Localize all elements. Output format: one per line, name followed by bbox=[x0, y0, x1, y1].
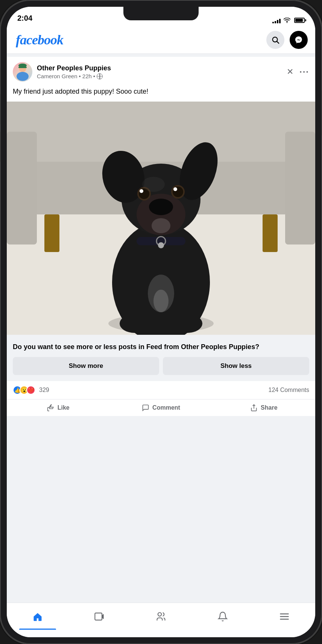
svg-rect-15 bbox=[263, 214, 278, 252]
post-time: 22h bbox=[82, 73, 92, 79]
show-less-button[interactable]: Show less bbox=[163, 357, 309, 375]
messenger-icon bbox=[295, 36, 303, 44]
dot-separator-2: • bbox=[93, 73, 95, 79]
svg-point-37 bbox=[152, 218, 170, 233]
bell-icon bbox=[217, 611, 228, 622]
like-icon bbox=[47, 404, 55, 412]
post-card: Other Peoples Puppies Cameron Green • 22… bbox=[7, 57, 315, 416]
phone-frame: 2:04 bbox=[0, 0, 322, 644]
dot-separator: • bbox=[79, 73, 81, 79]
volume-down-button[interactable] bbox=[0, 94, 0, 124]
post-text: My friend just adopted this puppy! Sooo … bbox=[7, 85, 315, 102]
feedback-buttons: Show more Show less bbox=[13, 357, 309, 375]
facebook-header: facebook bbox=[7, 26, 315, 54]
post-author: Cameron Green bbox=[37, 73, 77, 79]
post-header-actions: ✕ ··· bbox=[287, 67, 309, 77]
menu-icon bbox=[279, 611, 290, 622]
like-button[interactable]: Like bbox=[7, 399, 109, 416]
svg-rect-14 bbox=[44, 214, 59, 252]
comment-label: Comment bbox=[152, 404, 180, 411]
comments-count[interactable]: 124 Comments bbox=[269, 387, 310, 393]
svg-point-19 bbox=[153, 290, 169, 312]
search-icon bbox=[271, 36, 279, 44]
svg-point-40 bbox=[158, 612, 161, 616]
feedback-box: Do you want to see more or less posts in… bbox=[7, 335, 315, 381]
messenger-button[interactable] bbox=[290, 31, 308, 49]
feedback-question: Do you want to see more or less posts in… bbox=[13, 342, 309, 352]
like-label: Like bbox=[58, 404, 70, 411]
notch bbox=[123, 7, 199, 20]
share-icon bbox=[250, 404, 258, 412]
header-icon-group bbox=[266, 31, 308, 49]
svg-rect-39 bbox=[95, 613, 102, 620]
post-page-name[interactable]: Other Peoples Puppies bbox=[37, 64, 282, 72]
volume-up-button[interactable] bbox=[0, 68, 0, 87]
search-button[interactable] bbox=[266, 31, 284, 49]
status-icons bbox=[272, 17, 305, 23]
battery-icon bbox=[294, 18, 305, 23]
facebook-logo: facebook bbox=[16, 32, 63, 48]
close-post-button[interactable]: ✕ bbox=[287, 67, 293, 77]
comment-icon bbox=[142, 404, 149, 412]
privacy-icon bbox=[97, 73, 103, 79]
post-header: Other Peoples Puppies Cameron Green • 22… bbox=[7, 57, 315, 85]
more-options-button[interactable]: ··· bbox=[299, 67, 309, 77]
nav-notifications[interactable] bbox=[192, 603, 254, 630]
svg-rect-12 bbox=[7, 132, 37, 245]
comment-button[interactable]: Comment bbox=[109, 399, 212, 416]
wifi-icon bbox=[284, 18, 290, 23]
share-label: Share bbox=[261, 404, 277, 411]
silent-switch[interactable] bbox=[0, 132, 0, 162]
post-meta: Other Peoples Puppies Cameron Green • 22… bbox=[37, 64, 282, 79]
reactions[interactable]: 👍 😮 ❤️ 329 bbox=[13, 386, 49, 395]
svg-point-0 bbox=[287, 22, 288, 23]
svg-point-38 bbox=[142, 177, 165, 192]
svg-rect-7 bbox=[18, 67, 27, 68]
svg-point-36 bbox=[172, 314, 202, 333]
svg-point-4 bbox=[17, 72, 29, 81]
reaction-emojis: 👍 😮 ❤️ bbox=[13, 386, 35, 395]
bottom-nav bbox=[7, 603, 315, 630]
app-content[interactable]: facebook bbox=[7, 26, 315, 603]
svg-point-34 bbox=[158, 242, 164, 248]
svg-point-35 bbox=[120, 314, 150, 333]
svg-point-28 bbox=[140, 189, 143, 193]
svg-line-2 bbox=[277, 41, 279, 43]
nav-friends[interactable] bbox=[130, 603, 192, 630]
post-sub: Cameron Green • 22h • bbox=[37, 73, 282, 79]
svg-rect-13 bbox=[285, 132, 315, 245]
share-button[interactable]: Share bbox=[213, 399, 315, 416]
svg-point-31 bbox=[173, 187, 177, 191]
nav-video[interactable] bbox=[68, 603, 130, 630]
feed-spacer bbox=[7, 416, 315, 603]
reaction-count: 329 bbox=[39, 387, 49, 393]
home-icon bbox=[32, 611, 43, 622]
nav-menu[interactable] bbox=[254, 603, 315, 630]
post-stats: 👍 😮 ❤️ 329 124 Comments bbox=[7, 381, 315, 399]
nav-home[interactable] bbox=[7, 603, 68, 630]
love-reaction: ❤️ bbox=[26, 386, 35, 395]
video-icon bbox=[94, 611, 105, 622]
section-divider bbox=[7, 54, 315, 57]
phone-screen: 2:04 bbox=[7, 7, 315, 637]
signal-icon bbox=[272, 17, 281, 23]
avatar[interactable] bbox=[13, 62, 32, 82]
svg-point-25 bbox=[149, 199, 173, 215]
post-action-bar: Like Comment Share bbox=[7, 399, 315, 416]
show-more-button[interactable]: Show more bbox=[13, 357, 159, 375]
status-time: 2:04 bbox=[17, 14, 32, 23]
home-indicator-area bbox=[7, 630, 315, 637]
post-image[interactable] bbox=[7, 102, 315, 335]
friends-icon bbox=[156, 611, 166, 622]
